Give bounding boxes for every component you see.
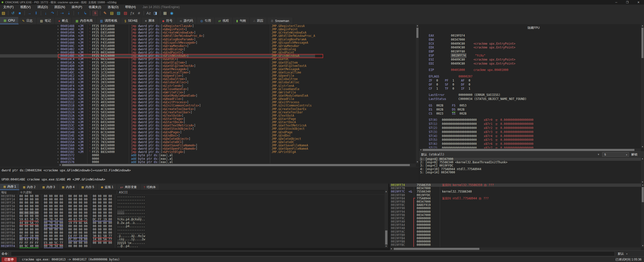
breakpoint-dot-icon[interactable]: ● [57, 108, 60, 111]
breakpoint-dot-icon[interactable]: ● [57, 117, 60, 121]
restart-icon[interactable]: ↺ [10, 10, 16, 16]
register-value[interactable]: 00000207 [458, 75, 472, 78]
register-value[interactable]: 0019FF80 [451, 50, 465, 53]
stack-row[interactable]: 0019FF7C<&75586340kernel32.75586340 [390, 190, 644, 193]
command-input[interactable] [11, 251, 615, 256]
breakpoint-dot-icon[interactable]: ● [57, 58, 60, 61]
open-file-icon[interactable]: ▨ [0, 10, 7, 16]
convention-dropdown-icon[interactable]: ▼ [597, 153, 600, 156]
breakpoint-dot-icon[interactable]: ● [57, 54, 60, 58]
tab-源代码[interactable]: ‹›源代码 [176, 17, 197, 24]
memory-dump-panel[interactable]: ▦内存 1▦内存 2▦内存 3▦内存 4▦内存 5◉监视 1x=局部变量?结构体… [0, 184, 388, 248]
breakpoint-dot-icon[interactable]: ● [57, 114, 60, 117]
dump-row[interactable]: 0019FFE4FF FF FF FFE5 A0 5C 7700 00 00 0… [0, 241, 388, 245]
tab-线程[interactable]: ⇄线程 [215, 17, 233, 24]
tab-日志[interactable]: ✎日志 [19, 17, 37, 24]
breakpoint-dot-icon[interactable]: ● [57, 24, 60, 28]
stack-row[interactable]: 0019FF800019FFDC [390, 194, 644, 197]
bottom-tab-内存 2[interactable]: ▦内存 2 [19, 184, 39, 190]
breakpoint-dot-icon[interactable]: ● [57, 91, 60, 94]
spinner-up-icon[interactable]: ▲ [626, 153, 629, 156]
register-value[interactable]: 0019FEF4 [451, 34, 465, 37]
functions-icon[interactable]: ƒx [129, 10, 136, 16]
menu-item[interactable]: 文件(F) [0, 5, 17, 10]
dump-row[interactable]: 0019FFF480 9C 40 0000 70 34 0000 00 00 0… [0, 245, 388, 248]
bookmarks-icon[interactable]: ▨ [122, 10, 129, 16]
breakpoint-dot-icon[interactable]: ● [57, 34, 60, 38]
breakpoint-dot-icon[interactable]: ● [57, 101, 60, 104]
tab-脚本[interactable]: ≡脚本 [141, 17, 159, 24]
registers-horizontal-scrollbar[interactable]: ◄ [419, 148, 641, 151]
dump-row[interactable]: 0019FF4400 00 00 0000 00 00 0000 00 00 0… [0, 208, 388, 211]
register-value[interactable]: 00409C80 [451, 62, 465, 65]
bottom-tab-结构体[interactable]: ?结构体 [140, 184, 159, 190]
breakpoint-dot-icon[interactable]: ● [57, 144, 60, 147]
menu-item[interactable]: 跟踪(N) [51, 5, 68, 10]
flag-value[interactable]: 0 [436, 83, 445, 87]
labels-icon[interactable]: ▨ [115, 10, 122, 16]
breakpoint-dot-icon[interactable]: ● [57, 104, 60, 107]
breakpoint-dot-icon[interactable]: ● [57, 38, 60, 41]
stack-row[interactable]: 0019FF9400000000 [390, 210, 644, 214]
registers-vertical-scrollbar[interactable]: ▲▼ [641, 24, 644, 148]
dump-row[interactable]: 0019FFD48D 63 F3 FD00 00 00 00EC FF 19 0… [0, 238, 388, 241]
tab-符号[interactable]: ◆符号 [159, 17, 176, 24]
hide-fpu-button[interactable]: 隐藏FPU [528, 26, 540, 30]
breakpoint-dot-icon[interactable]: ● [57, 150, 60, 154]
tab-句柄[interactable]: ▮句柄 [233, 17, 250, 24]
breakpoint-dot-icon[interactable]: ● [57, 84, 60, 88]
register-value[interactable]: 00409C80 [451, 58, 465, 61]
disasm-row[interactable]: ●004015760000add byte ptr ds:[eax],al [0, 161, 315, 164]
register-value[interactable]: 0019FF74 [451, 54, 466, 58]
stack-row[interactable]: 0019FF9000000000 [390, 207, 644, 210]
menu-item[interactable]: 视图(V) [17, 5, 34, 10]
command-profile-select[interactable]: 默认 ▾ [618, 252, 627, 256]
close-button[interactable]: ✕ [633, 0, 644, 5]
breakpoint-dot-icon[interactable]: ● [57, 137, 60, 141]
breakpoint-dot-icon[interactable]: ● [57, 161, 60, 164]
argument-row[interactable]: 3: [esp+C] 0019FFDC [419, 164, 644, 167]
stack-horizontal-scrollbar[interactable]: ◄ [390, 247, 641, 250]
disassembly-vertical-scrollbar[interactable]: ▲▼ [416, 24, 419, 164]
tab-调用堆栈[interactable]: ▥调用堆栈 [97, 17, 121, 24]
breakpoint-dot-icon[interactable]: ● [57, 61, 60, 64]
breakpoint-dot-icon[interactable]: ● [57, 88, 60, 91]
flag-value[interactable]: 0 [452, 87, 461, 91]
tab-引用[interactable]: ◎引用 [197, 17, 215, 24]
register-value[interactable]: 00409C80 [451, 46, 465, 49]
unlock-button[interactable]: 解锁 [631, 152, 637, 157]
breakpoint-dot-icon[interactable]: ● [57, 64, 60, 68]
handles-icon[interactable]: ◨ [152, 10, 159, 16]
tab-SEH链[interactable]: §SEH链 [121, 17, 141, 24]
run-to-user-code-icon[interactable]: ↳ [82, 10, 89, 16]
stack-row[interactable]: 0019FF9800347000 [390, 214, 644, 217]
menu-item[interactable]: 调试(D) [34, 5, 51, 10]
breakpoint-dot-icon[interactable]: ● [57, 154, 60, 157]
breakpoint-dot-icon[interactable]: ● [57, 97, 60, 101]
breakpoint-dot-icon[interactable]: ● [57, 127, 60, 130]
tab-笔记[interactable]: ▤笔记 [37, 17, 55, 24]
breakpoint-dot-icon[interactable]: ● [57, 77, 60, 81]
animate-into-icon[interactable]: ⇢ [59, 10, 66, 16]
bottom-tab-内存 4[interactable]: ▦内存 4 [58, 184, 78, 190]
bottom-tab-内存 1[interactable]: ▦内存 1 [0, 184, 19, 190]
step-into-icon[interactable]: ↓ [42, 10, 49, 16]
breakpoint-dot-icon[interactable]: ● [57, 111, 60, 114]
flag-value[interactable]: 1 [452, 79, 461, 83]
arguments-vertical-scrollbar[interactable]: ▲▼ [641, 157, 644, 184]
stack-row[interactable]: 0019FFBC00000000 [390, 243, 644, 247]
tab-CPU[interactable]: ▦CPU [0, 17, 19, 24]
dump-row[interactable]: 0019FF3400 00 00 0000 00 00 0000 00 00 0… [0, 205, 388, 208]
argument-row[interactable]: 5: [esp+14] 00347000 [419, 171, 644, 174]
minimize-button[interactable]: ─ [611, 0, 622, 5]
dump-row[interactable]: 0019FF9400 00 00 0000 70 34 0000 00 00 0… [0, 225, 388, 228]
disassembly-horizontal-scrollbar[interactable]: ◄ [58, 164, 416, 167]
execute-till-return-icon[interactable]: ↑ [75, 10, 82, 16]
breakpoint-dot-icon[interactable]: ● [57, 51, 60, 54]
tab-内存布局[interactable]: ▦内存布局 [72, 17, 96, 24]
bottom-tab-监视 1[interactable]: ◉监视 1 [98, 184, 117, 190]
preferences-icon[interactable]: ◉ [168, 10, 175, 16]
tab-跟踪[interactable]: ∴跟踪 [250, 17, 267, 24]
menu-item[interactable]: 帮助(H) [122, 5, 139, 10]
flag-value[interactable]: 1 [469, 87, 477, 91]
